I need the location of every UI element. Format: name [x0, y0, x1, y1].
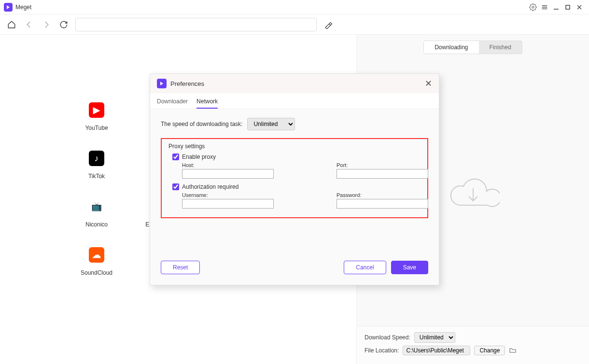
- reset-button[interactable]: Reset: [161, 261, 200, 274]
- site-youtube[interactable]: ▶ YouTube: [68, 102, 126, 131]
- site-niconico[interactable]: 📺 Niconico: [68, 199, 126, 228]
- downloads-footer: Download Speed: Unlimited File Location:…: [357, 326, 589, 364]
- svg-point-0: [532, 6, 534, 8]
- file-location-label: File Location:: [365, 347, 399, 354]
- app-logo-icon: [157, 79, 167, 88]
- password-input[interactable]: [337, 199, 428, 209]
- port-label: Port:: [337, 162, 428, 168]
- preferences-dialog: Preferences ✕ Downloader Network The spe…: [150, 73, 439, 285]
- url-input[interactable]: [75, 18, 317, 31]
- tiktok-icon: ♪: [89, 151, 104, 166]
- port-input[interactable]: [337, 169, 428, 179]
- auth-required-checkbox[interactable]: [172, 183, 179, 190]
- site-label: YouTube: [85, 125, 108, 131]
- host-label: Host:: [182, 162, 274, 168]
- auth-required-label: Authorization required: [182, 183, 238, 190]
- back-icon[interactable]: [23, 19, 35, 30]
- enable-proxy-label: Enable proxy: [182, 154, 216, 160]
- close-icon[interactable]: ✕: [425, 78, 432, 89]
- site-label: TikTok: [88, 173, 105, 180]
- tab-network[interactable]: Network: [196, 98, 218, 109]
- niconico-icon: 📺: [89, 199, 104, 214]
- titlebar: Meget: [0, 0, 589, 14]
- password-label: Password:: [337, 192, 428, 198]
- settings-gear-icon[interactable]: [527, 1, 539, 13]
- home-icon[interactable]: [6, 19, 17, 30]
- close-button[interactable]: [574, 1, 585, 13]
- tab-finished[interactable]: Finished: [479, 41, 522, 54]
- cloud-download-icon: [447, 171, 500, 215]
- svg-rect-5: [566, 5, 570, 9]
- enable-proxy-checkbox[interactable]: [172, 154, 179, 160]
- download-speed-label: Download Speed:: [365, 334, 410, 341]
- menu-icon[interactable]: [539, 1, 550, 13]
- toolbar: [0, 14, 589, 35]
- youtube-icon: ▶: [89, 102, 104, 118]
- app-logo-icon: [4, 3, 13, 12]
- folder-icon[interactable]: [509, 347, 517, 354]
- speed-select[interactable]: Unlimited: [247, 118, 295, 130]
- preferences-title: Preferences: [170, 80, 425, 87]
- proxy-settings-box: Proxy settings Enable proxy Host: Port: …: [161, 138, 428, 218]
- maximize-button[interactable]: [562, 1, 574, 13]
- file-location-input[interactable]: [403, 346, 470, 355]
- site-label: SoundCloud: [81, 269, 112, 276]
- username-input[interactable]: [182, 199, 274, 209]
- downloads-tabs: Downloading Finished: [423, 41, 522, 54]
- soundcloud-icon: ☁: [89, 247, 104, 263]
- site-label: Niconico: [85, 221, 108, 228]
- cancel-button[interactable]: Cancel: [344, 261, 386, 274]
- app-title: Meget: [15, 4, 31, 11]
- tab-downloading[interactable]: Downloading: [424, 41, 478, 54]
- clear-icon[interactable]: [323, 19, 334, 30]
- site-soundcloud[interactable]: ☁ SoundCloud: [68, 247, 126, 276]
- tab-downloader[interactable]: Downloader: [157, 98, 188, 109]
- site-tiktok[interactable]: ♪ TikTok: [68, 151, 126, 180]
- minimize-button[interactable]: [550, 1, 562, 13]
- save-button[interactable]: Save: [391, 261, 428, 274]
- reload-icon[interactable]: [58, 19, 70, 30]
- username-label: Username:: [182, 192, 274, 198]
- host-input[interactable]: [182, 169, 274, 179]
- forward-icon[interactable]: [41, 19, 52, 30]
- speed-label: The speed of downloading task:: [161, 121, 242, 127]
- download-speed-select[interactable]: Unlimited: [414, 332, 455, 343]
- change-location-button[interactable]: Change: [474, 346, 505, 355]
- proxy-title: Proxy settings: [168, 143, 421, 150]
